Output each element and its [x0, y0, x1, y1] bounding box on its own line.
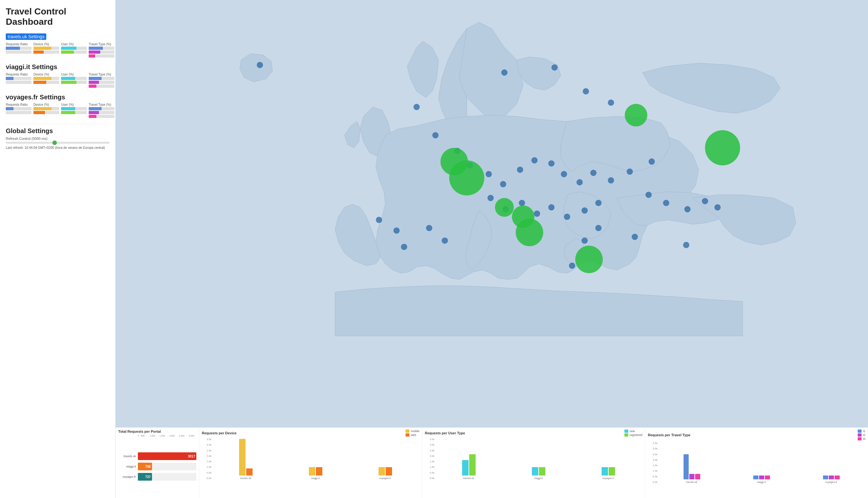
viaggi-it-registered-bar	[539, 467, 545, 475]
device-bars: travels.uk viaggi.it	[212, 438, 419, 480]
travels-uk-bar-track: 3017	[138, 453, 196, 460]
voyages-fr-t2-bar	[829, 475, 834, 479]
svg-point-33	[426, 225, 432, 232]
travels-uk-t2-bar	[689, 474, 694, 479]
device-bar-1[interactable]	[34, 47, 59, 50]
viaggi-it-section: viaggi.it Settings Requests Ratio Device…	[6, 63, 110, 89]
voyages-fr-new-bar	[602, 467, 608, 475]
svg-point-7	[432, 132, 439, 139]
viaggi-it-bar-row: viaggi.it 736	[118, 463, 196, 470]
svg-point-13	[531, 157, 538, 163]
travel-type-bar-2[interactable]	[89, 51, 115, 54]
total-requests-x-axis: 0 500 1,000 1,500 2,000 2,500 3,000	[118, 435, 196, 437]
svg-point-16	[576, 179, 583, 185]
svg-point-27	[582, 207, 588, 214]
viaggi-it-new-bar	[532, 467, 538, 475]
svg-point-12	[517, 167, 523, 173]
travels-uk-travel-label: travels.uk	[686, 481, 697, 484]
viaggi-it-travel-label: viaggi.it	[757, 481, 766, 484]
travels-uk-user-label: travels.uk	[463, 477, 474, 480]
viaggi-requests-ratio-col: Requests Ratio	[6, 73, 31, 88]
svg-point-40	[569, 263, 575, 269]
travels-uk-new-bar	[462, 460, 469, 475]
requests-per-travel-type-chart: Requests per Travel Type t1 t2 t3	[645, 428, 868, 498]
global-settings-title: Global Settings	[6, 127, 110, 135]
new-legend-label: new	[630, 430, 635, 433]
svg-point-47	[516, 219, 544, 246]
travel-type-bars: travels.uk viaggi.it	[657, 442, 865, 484]
travels-uk-header[interactable]: travels.uk Settings	[6, 34, 46, 40]
total-requests-title: Total Requests per Portal	[118, 430, 161, 433]
svg-point-21	[488, 195, 494, 201]
svg-point-28	[595, 200, 602, 206]
svg-point-50	[705, 130, 740, 165]
refresh-thumb[interactable]	[52, 141, 57, 145]
requests-per-device-chart: Requests per Device mobile web 3.5k 3.0k	[199, 428, 422, 498]
requests-ratio-bar-1[interactable]	[6, 47, 31, 50]
refresh-slider[interactable]	[6, 142, 110, 144]
viaggi-travel-type-col: Travel Type (%)	[89, 73, 115, 88]
voyages-fr-user-group: voyages.fr	[574, 437, 642, 480]
svg-point-36	[595, 225, 602, 232]
device-bar-2[interactable]	[34, 51, 59, 54]
voyages-travel-type-col: Travel Type (%)	[89, 103, 115, 118]
travels-uk-t1-bar	[683, 454, 689, 479]
user-bar-1[interactable]	[61, 47, 87, 50]
voyages-fr-bar-track: 737	[138, 473, 196, 481]
svg-point-10	[485, 171, 492, 178]
travels-uk-t3-bar	[695, 474, 700, 479]
t2-legend-label: t2	[863, 433, 865, 436]
travels-uk-device-label: travels.uk	[240, 477, 251, 480]
t1-legend-label: t1	[863, 430, 865, 433]
voyages-fr-device-label: voyages.fr	[379, 477, 391, 480]
viaggi-it-mobile-bar	[309, 467, 315, 475]
voyages-fr-device-group: voyages.fr	[351, 437, 419, 480]
voyages-fr-user-label: voyages.fr	[602, 477, 614, 480]
voyages-fr-bar-row: voyages.fr 737	[118, 473, 196, 481]
t3-legend-label: t3	[863, 437, 865, 441]
travels-uk-bar-label: travels.uk	[118, 455, 136, 458]
travels-uk-travel-group: travels.uk	[657, 441, 726, 484]
user-type-legend: new registered	[624, 430, 642, 436]
svg-point-1	[257, 62, 263, 68]
t1-legend-color	[858, 430, 862, 433]
travel-type-bar-3[interactable]	[89, 54, 115, 57]
voyages-fr-bar-value: 737	[145, 475, 151, 479]
last-refresh-text: Last refresh: 16:44:04 GMT+0200 (hora de…	[6, 146, 110, 150]
viaggi-it-bar-label: viaggi.it	[118, 465, 136, 468]
viaggi-it-device-label: viaggi.it	[311, 477, 320, 480]
voyages-fr-registered-bar	[609, 467, 615, 475]
voyages-fr-header[interactable]: voyages.fr Settings	[6, 94, 110, 101]
svg-point-6	[608, 99, 614, 106]
svg-point-23	[519, 200, 525, 206]
travels-uk-bar-fill: 3017	[138, 453, 196, 460]
svg-point-49	[625, 104, 647, 126]
total-requests-bars: travels.uk 3017 viaggi.it 736	[118, 437, 196, 496]
svg-point-20	[649, 158, 655, 165]
svg-point-25	[548, 204, 555, 211]
viaggi-it-bar-fill: 736	[138, 463, 152, 470]
svg-point-45	[449, 160, 484, 195]
viaggi-it-user-label: viaggi.it	[534, 477, 543, 480]
voyages-fr-bar-label: voyages.fr	[118, 475, 136, 479]
refresh-label: Refresh Control (5000 ms)	[6, 136, 110, 141]
mobile-legend-color	[405, 430, 410, 433]
svg-point-35	[582, 238, 588, 244]
travel-type-bar-1[interactable]	[89, 47, 115, 50]
dashboard-title: Travel Control Dashboard	[6, 6, 110, 27]
voyages-fr-travel-label: voyages.fr	[825, 481, 837, 484]
travels-uk-user-group: travels.uk	[435, 437, 503, 480]
registered-legend-color	[624, 433, 628, 436]
viaggi-it-t2-bar	[759, 475, 764, 479]
mobile-legend-label: mobile	[411, 430, 419, 433]
viaggi-it-header[interactable]: viaggi.it Settings	[6, 63, 110, 71]
svg-point-31	[684, 206, 691, 212]
voyages-user-col: User (%)	[61, 103, 87, 118]
user-type-bars: travels.uk viaggi.it	[435, 438, 642, 480]
svg-point-2	[414, 104, 420, 110]
voyages-fr-travel-group: voyages.fr	[797, 441, 865, 484]
requests-per-user-type-chart: Requests per User Type new registered 3.…	[422, 428, 645, 498]
user-bar-2[interactable]	[61, 51, 87, 54]
svg-point-39	[715, 204, 721, 211]
svg-point-42	[393, 227, 400, 234]
